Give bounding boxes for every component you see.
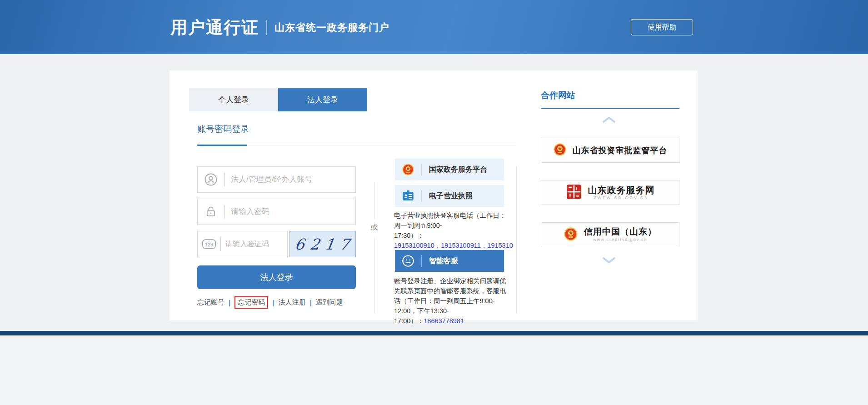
national-platform-label: 国家政务服务平台: [429, 165, 487, 175]
note-text: 12:00，下午13:30-: [394, 307, 449, 315]
smart-service-phone[interactable]: 18663778981: [424, 317, 464, 325]
captcha-123-icon: 123: [198, 238, 220, 250]
button-separator: [421, 255, 422, 267]
partners-underline: [541, 108, 679, 109]
lock-icon: [198, 205, 224, 218]
smart-service-label: 智能客服: [429, 256, 458, 266]
chevron-up-icon[interactable]: [602, 116, 616, 125]
section-title-account-password: 账号密码登录: [197, 123, 249, 135]
partner-site-credit-china[interactable]: 信用中国（山东） www.creditsd.gov.cn: [541, 222, 679, 247]
field-separator: [220, 237, 221, 251]
partner-site-url: ZWFW.SD.GOV.CN: [594, 196, 649, 200]
national-platform-button[interactable]: 国家政务服务平台: [395, 159, 504, 180]
partner-site-text: 山东政务服务网 ZWFW.SD.GOV.CN: [588, 185, 655, 200]
captcha-field-wrapper: 123: [197, 231, 288, 257]
note-text: 17:00）：: [394, 317, 424, 325]
section-title-underline: [197, 145, 247, 146]
forgot-account-link[interactable]: 忘记账号: [197, 298, 224, 307]
note-text: 先联系页面中的智能客服系统，客服电: [394, 287, 506, 295]
note-text: 话（工作日：周一到周五上午9:00-: [394, 297, 495, 305]
e-license-button[interactable]: 电子营业执照: [395, 185, 504, 207]
partners-heading: 合作网站: [541, 90, 575, 101]
legal-register-link[interactable]: 法人注册: [278, 298, 305, 307]
forgot-password-link[interactable]: 忘记密码: [238, 298, 265, 306]
note-text: 17:30）：: [394, 232, 424, 239]
robot-headset-icon: [395, 254, 421, 268]
partner-site-text: 信用中国（山东） www.creditsd.gov.cn: [584, 227, 657, 242]
problem-link[interactable]: 遇到问题: [316, 298, 343, 307]
brand: 用户通行证 山东省统一政务服务门户: [170, 16, 389, 39]
svg-text:123: 123: [205, 242, 213, 247]
login-card: 个人登录 法人登录 账号密码登录: [170, 70, 698, 320]
login-links-row: 忘记账号 | 忘记密码 | 法人注册 | 遇到问题: [197, 296, 343, 309]
partner-site-title: 信用中国（山东）: [584, 227, 657, 237]
captcha-code: 6217: [289, 235, 356, 253]
captcha-image[interactable]: 6217: [289, 231, 356, 257]
password-input[interactable]: [231, 207, 355, 216]
user-icon: [198, 173, 224, 186]
note-text: 周一到周五9:00-: [394, 222, 442, 229]
link-separator: |: [229, 299, 230, 306]
link-separator: |: [309, 299, 311, 306]
e-license-card-icon: [395, 190, 421, 202]
note-text: 电子营业执照快登客服电话（工作日：: [394, 212, 506, 219]
brand-divider: [266, 20, 267, 35]
link-separator: |: [272, 299, 274, 306]
partner-site-title: 山东政务服务网: [588, 185, 655, 195]
partner-site-url: www.creditsd.gov.cn: [593, 238, 647, 242]
note-text: 账号登录注册、企业绑定相关问题请优: [394, 277, 506, 285]
annotation-red-box: 忘记密码: [234, 296, 268, 309]
e-license-service-note: 电子营业执照快登客服电话（工作日： 周一到周五9:00- 17:30）：1915…: [394, 210, 511, 250]
header-banner: 用户通行证 山东省统一政务服务门户 使用帮助: [0, 0, 868, 54]
button-separator: [421, 164, 422, 175]
tab-legal-login[interactable]: 法人登录: [278, 88, 367, 111]
red-seal-icon: [566, 184, 582, 202]
or-text: 或: [370, 223, 378, 232]
account-field-wrapper: [197, 166, 356, 193]
page-title: 用户通行证: [170, 16, 259, 39]
captcha-input[interactable]: [225, 240, 287, 248]
national-emblem-icon: [395, 163, 421, 176]
button-separator: [421, 190, 422, 202]
divider-left-top: [374, 182, 375, 219]
portal-subtitle: 山东省统一政务服务门户: [274, 21, 389, 35]
chevron-down-icon[interactable]: [602, 257, 616, 266]
field-separator: [224, 205, 224, 219]
footer-accent-bar: [0, 331, 868, 335]
divider-right: [516, 166, 517, 313]
service-phone-numbers[interactable]: 19153100910，19153100911，1915310: [394, 242, 513, 249]
legal-login-button[interactable]: 法人登录: [197, 265, 356, 289]
national-emblem-icon: [553, 143, 567, 158]
help-button[interactable]: 使用帮助: [631, 19, 693, 35]
password-field-wrapper: [197, 199, 356, 225]
smart-service-button[interactable]: 智能客服: [395, 250, 504, 272]
footer: 党政机关 山东省人民政府主办 山东省人民政府办公厅承办 山东省人民政府版权所有 …: [0, 335, 868, 405]
e-license-label: 电子营业执照: [429, 191, 473, 201]
smart-service-note: 账号登录注册、企业绑定相关问题请优 先联系页面中的智能客服系统，客服电 话（工作…: [394, 276, 511, 326]
tab-personal-login[interactable]: 个人登录: [189, 88, 278, 111]
partner-site-investment-platform[interactable]: 山东省投资审批监管平台: [541, 138, 679, 163]
partner-site-zwfw[interactable]: 山东政务服务网 ZWFW.SD.GOV.CN: [541, 180, 679, 205]
partner-site-title: 山东省投资审批监管平台: [573, 145, 668, 156]
field-separator: [224, 173, 224, 186]
page: 用户通行证 山东省统一政务服务门户 使用帮助 个人登录 法人登录 账号密码登录: [0, 0, 868, 405]
national-emblem-icon: [564, 227, 578, 243]
account-input[interactable]: [231, 175, 355, 184]
divider-left-bottom: [374, 238, 375, 313]
